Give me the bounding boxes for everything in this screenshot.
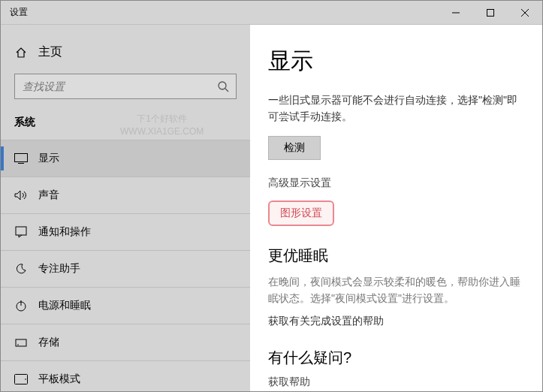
maximize-button[interactable] bbox=[473, 1, 508, 24]
search-wrap bbox=[1, 74, 250, 113]
nav-label: 专注助手 bbox=[38, 262, 80, 276]
close-button[interactable] bbox=[508, 1, 542, 24]
sidebar: 主页 系统 显示 声音 通知和操作 bbox=[1, 25, 250, 391]
svg-point-14 bbox=[25, 378, 26, 380]
home-icon bbox=[14, 47, 28, 59]
nav-label: 通知和操作 bbox=[38, 225, 91, 239]
nav-label: 存储 bbox=[38, 336, 59, 349]
sleep-desc: 在晚间，夜间模式会显示较柔和的暖色，帮助你进入睡眠状态。选择"夜间模式设置"进行… bbox=[268, 273, 524, 307]
titlebar: 设置 bbox=[1, 1, 542, 25]
search-input[interactable] bbox=[15, 80, 210, 92]
window-controls bbox=[439, 1, 542, 24]
tablet-icon bbox=[14, 374, 28, 384]
home-label: 主页 bbox=[38, 44, 62, 60]
notifications-icon bbox=[14, 226, 28, 238]
nav-label: 电源和睡眠 bbox=[38, 299, 91, 312]
nav-label: 平板模式 bbox=[38, 372, 80, 386]
main-panel: 显示 一些旧式显示器可能不会进行自动连接，选择"检测"即可尝试手动连接。 检测 … bbox=[250, 25, 542, 391]
nav-item-storage[interactable]: 存储 bbox=[1, 324, 250, 360]
focus-icon bbox=[14, 263, 28, 275]
close-icon bbox=[521, 9, 529, 17]
nav-item-tablet[interactable]: 平板模式 bbox=[1, 361, 250, 391]
home-row[interactable]: 主页 bbox=[1, 38, 250, 74]
content-area: 主页 系统 显示 声音 通知和操作 bbox=[1, 25, 542, 391]
svg-rect-8 bbox=[16, 227, 26, 235]
svg-line-5 bbox=[225, 89, 228, 92]
svg-rect-6 bbox=[15, 154, 28, 162]
svg-point-4 bbox=[219, 82, 226, 89]
nav-item-power[interactable]: 电源和睡眠 bbox=[1, 288, 250, 324]
minimize-button[interactable] bbox=[439, 1, 473, 24]
maximize-icon bbox=[487, 9, 494, 17]
sound-icon bbox=[14, 190, 28, 201]
minimize-icon bbox=[452, 9, 460, 17]
window-title: 设置 bbox=[1, 6, 439, 19]
storage-icon bbox=[14, 336, 28, 348]
nav-item-focus[interactable]: 专注助手 bbox=[1, 251, 250, 287]
search-box[interactable] bbox=[14, 74, 237, 99]
svg-point-12 bbox=[17, 344, 19, 345]
nav-item-sound[interactable]: 声音 bbox=[1, 177, 250, 213]
sleep-heading: 更优睡眠 bbox=[268, 246, 524, 266]
power-icon bbox=[14, 300, 28, 312]
nav-item-notifications[interactable]: 通知和操作 bbox=[1, 214, 250, 250]
svg-rect-1 bbox=[487, 9, 494, 16]
questions-heading: 有什么疑问? bbox=[268, 348, 524, 368]
nav-label: 显示 bbox=[38, 152, 59, 165]
svg-rect-11 bbox=[16, 339, 26, 346]
help-link[interactable]: 获取有关完成设置的帮助 bbox=[268, 315, 524, 328]
graphics-settings-link[interactable]: 图形设置 bbox=[268, 201, 334, 226]
page-title: 显示 bbox=[268, 46, 524, 77]
display-icon bbox=[14, 153, 28, 164]
section-label: 系统 bbox=[1, 113, 250, 140]
get-help-link[interactable]: 获取帮助 bbox=[268, 375, 524, 389]
legacy-monitor-desc: 一些旧式显示器可能不会进行自动连接，选择"检测"即可尝试手动连接。 bbox=[268, 92, 524, 125]
nav-item-display[interactable]: 显示 bbox=[1, 140, 250, 176]
advanced-display-link[interactable]: 高级显示设置 bbox=[268, 176, 524, 190]
detect-button[interactable]: 检测 bbox=[268, 136, 321, 160]
nav-label: 声音 bbox=[38, 188, 59, 202]
search-icon[interactable] bbox=[210, 80, 236, 92]
